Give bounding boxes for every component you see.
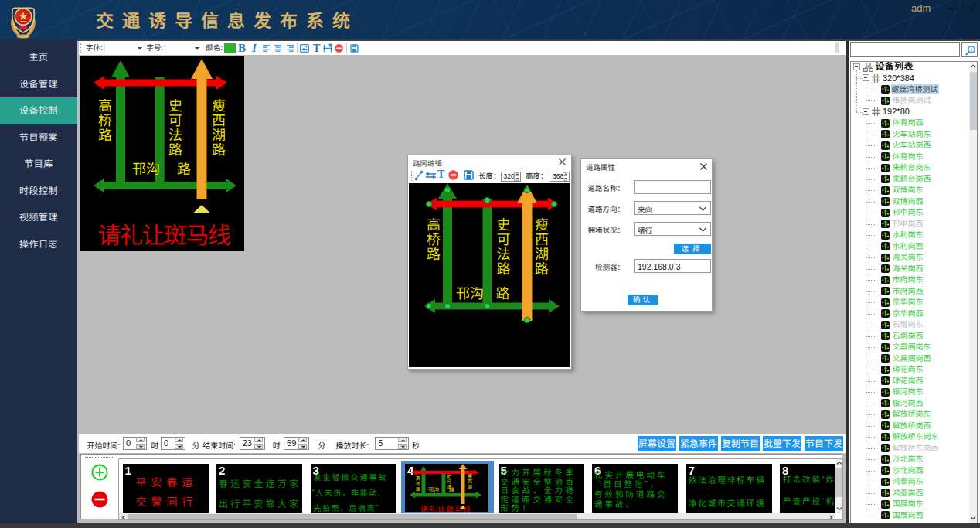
svg-text:路: 路	[497, 261, 511, 277]
svg-text:桥: 桥	[98, 113, 112, 128]
svg-text:湖: 湖	[468, 485, 472, 489]
svg-text:桥: 桥	[427, 232, 441, 247]
svg-text:湖: 湖	[212, 128, 226, 143]
svg-text:路: 路	[535, 261, 549, 277]
svg-text:路: 路	[449, 487, 454, 492]
svg-text:瘦: 瘦	[212, 98, 226, 114]
svg-text:西: 西	[468, 479, 472, 484]
svg-text:法: 法	[497, 247, 511, 262]
svg-text:3: 3	[970, 47, 973, 52]
svg-text:请礼让斑马线: 请礼让斑马线	[420, 505, 471, 512]
svg-text:高: 高	[416, 475, 420, 481]
svg-text:高: 高	[427, 217, 441, 233]
svg-text:可: 可	[497, 232, 511, 247]
svg-text:西: 西	[535, 232, 549, 247]
svg-text:史: 史	[497, 217, 511, 233]
svg-text:高: 高	[98, 98, 112, 114]
svg-text:湖: 湖	[535, 247, 549, 262]
svg-text:路: 路	[98, 128, 112, 143]
svg-text:路: 路	[177, 162, 191, 177]
svg-text:邗沟: 邗沟	[456, 286, 484, 301]
svg-text:瘦: 瘦	[535, 217, 549, 233]
svg-text:路: 路	[212, 142, 226, 158]
svg-text:史: 史	[447, 474, 451, 479]
svg-text:瘦: 瘦	[468, 473, 472, 479]
svg-text:史: 史	[168, 98, 182, 114]
svg-text:邗沟: 邗沟	[428, 487, 439, 492]
svg-text:可: 可	[168, 113, 182, 128]
svg-text:可: 可	[447, 479, 451, 484]
svg-text:请礼让斑马线: 请礼让斑马线	[98, 223, 230, 248]
svg-text:邗沟: 邗沟	[132, 162, 160, 177]
svg-text:桥: 桥	[416, 481, 420, 486]
svg-text:路: 路	[427, 247, 441, 262]
svg-text:法: 法	[168, 128, 182, 143]
svg-text:西: 西	[212, 113, 226, 128]
svg-text:路: 路	[416, 486, 420, 492]
svg-text:路: 路	[168, 142, 182, 158]
svg-text:路: 路	[496, 286, 510, 301]
